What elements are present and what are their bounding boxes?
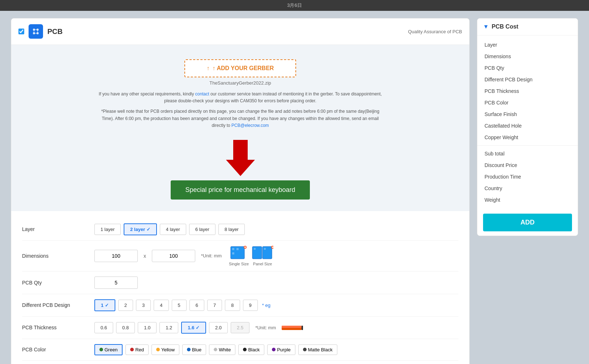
color-option-yellow[interactable]: Yellow <box>151 344 179 355</box>
thickness-icon <box>282 322 303 333</box>
cost-nav-pcb-color[interactable]: PCB Color <box>477 97 578 108</box>
cost-nav-layer[interactable]: Layer <box>477 39 578 51</box>
dimension-unit: *Unit: mm <box>201 253 222 258</box>
dimensions-label: Dimensions <box>22 253 94 259</box>
thickness-option-20[interactable]: 2.0 <box>209 322 228 333</box>
cost-nav-discount-price[interactable]: Discount Price <box>477 159 578 171</box>
layer-options: 1 layer 2 layer 4 layer 6 layer 8 layer <box>94 223 245 235</box>
dimension-width-input[interactable] <box>94 250 138 262</box>
date-display: 3月6日 <box>287 3 302 8</box>
thickness-option-12[interactable]: 1.2 <box>159 322 178 333</box>
white-dot <box>214 348 217 351</box>
pcb-checkbox[interactable] <box>18 29 24 34</box>
panel-subtitle: Quality Assurance of PCB <box>408 29 462 34</box>
color-option-matte-black[interactable]: Matte Black <box>298 344 337 355</box>
cost-nav-castellated-hole[interactable]: Castellated Hole <box>477 120 578 132</box>
email-link[interactable]: PCB@elecrow.com <box>231 123 269 128</box>
color-option-purple[interactable]: Purple <box>267 344 295 355</box>
red-dot <box>130 348 134 351</box>
color-option-blue[interactable]: Blue <box>182 344 206 355</box>
color-option-red[interactable]: Red <box>125 344 149 355</box>
cost-nav-country[interactable]: Country <box>477 183 578 194</box>
design-option-6[interactable]: 6 <box>189 300 204 311</box>
special-price-section: Special price for mechanical keyboard <box>22 180 458 200</box>
thickness-option-08[interactable]: 0.8 <box>116 322 135 333</box>
pcb-thickness-row: PCB Thickness 0.6 0.8 1.0 1.2 1.6 2.0 2.… <box>22 317 458 339</box>
down-arrow-icon <box>226 140 255 176</box>
design-option-2[interactable]: 2 <box>118 300 133 311</box>
pcb-color-options: Green Red Yellow Blue <box>94 344 337 355</box>
add-button[interactable]: ADD <box>483 214 572 231</box>
pcb-logo-icon <box>29 24 43 39</box>
purple-dot <box>272 348 276 351</box>
cost-nav-weight[interactable]: Weight <box>477 194 578 206</box>
design-option-4[interactable]: 4 <box>154 300 168 311</box>
svg-rect-17 <box>263 247 272 259</box>
green-label: Green <box>104 347 118 352</box>
pcb-thickness-label: PCB Thickness <box>22 325 94 330</box>
layer-option-4layer[interactable]: 4 layer <box>160 224 186 235</box>
svg-rect-16 <box>252 247 262 259</box>
design-option-1[interactable]: 1 <box>94 299 115 311</box>
cost-nav-sub-total[interactable]: Sub total <box>477 148 578 159</box>
black-dot <box>243 348 247 351</box>
special-price-button[interactable]: Special price for mechanical keyboard <box>171 180 310 200</box>
single-size-label: Single Size <box>229 262 249 266</box>
cost-nav-pcb-thickness[interactable]: PCB Thickness <box>477 85 578 97</box>
panel-header: PCB Quality Assurance of PCB <box>11 18 469 45</box>
cost-nav-pcb-qty[interactable]: PCB Qty <box>477 62 578 74</box>
layer-option-6layer[interactable]: 6 layer <box>189 224 215 235</box>
cost-header: ▼ PCB Cost <box>477 18 578 35</box>
info-text-1: If you have any other special requiremen… <box>96 91 385 104</box>
arrow-overlay <box>22 140 458 176</box>
svg-marker-9 <box>226 140 255 176</box>
thickness-unit: *Unit: mm <box>255 325 276 330</box>
design-option-9[interactable]: 9 <box>243 300 258 311</box>
contact-link[interactable]: contact <box>195 91 209 97</box>
dimension-height-input[interactable] <box>152 250 195 262</box>
dimension-x-separator: x <box>144 253 146 259</box>
svg-point-15 <box>244 247 246 248</box>
cost-nav-surface-finish[interactable]: Surface Finish <box>477 108 578 120</box>
layer-option-1layer[interactable]: 1 layer <box>94 224 121 235</box>
design-option-7[interactable]: 7 <box>207 300 222 311</box>
color-option-green[interactable]: Green <box>94 344 123 355</box>
pcb-color-label: PCB Color <box>22 347 94 352</box>
svg-rect-18 <box>254 248 256 250</box>
pcb-color-row: PCB Color Green Red Yellow <box>22 339 458 361</box>
pcb-qty-input[interactable] <box>94 277 138 289</box>
thickness-option-10[interactable]: 1.0 <box>138 322 157 333</box>
upload-gerber-button[interactable]: ↑ ↑ ADD YOUR GERBER <box>184 59 296 77</box>
black-label: Black <box>248 347 260 352</box>
single-size-icon[interactable] <box>230 246 248 261</box>
design-option-3[interactable]: 3 <box>136 300 151 311</box>
color-option-black[interactable]: Black <box>238 344 264 355</box>
matte-black-label: Matte Black <box>308 347 333 352</box>
dimensions-row: Dimensions x *Unit: mm <box>22 241 458 271</box>
red-label: Red <box>135 347 144 352</box>
right-sidebar: ▼ PCB Cost Layer Dimensions PCB Qty Diff… <box>477 18 578 364</box>
different-pcb-design-row: Different PCB Design 1 2 3 4 5 6 7 8 9 *… <box>22 294 458 317</box>
thickness-option-25[interactable]: 2.5 <box>231 322 249 333</box>
layer-row: Layer 1 layer 2 layer 4 layer 6 layer 8 … <box>22 218 458 241</box>
pcb-qty-options <box>94 277 138 289</box>
cost-nav-production-time[interactable]: Production Time <box>477 171 578 183</box>
cost-nav-copper-weight[interactable]: Copper Weight <box>477 132 578 143</box>
svg-rect-0 <box>31 27 40 36</box>
panel-size-icon[interactable] <box>252 246 273 261</box>
design-option-5[interactable]: 5 <box>172 300 187 311</box>
thickness-option-16[interactable]: 1.6 <box>181 322 206 334</box>
cost-panel-title: PCB Cost <box>492 23 518 30</box>
pcb-qty-label: PCB Qty <box>22 280 94 286</box>
cost-nav-dimensions[interactable]: Dimensions <box>477 51 578 62</box>
layer-option-2layer[interactable]: 2 layer <box>124 223 157 235</box>
cost-nav-different-pcb-design[interactable]: Different PCB Design <box>477 74 578 85</box>
design-option-8[interactable]: 8 <box>225 300 240 311</box>
upload-button-label: ↑ ADD YOUR GERBER <box>213 65 274 72</box>
layer-option-8layer[interactable]: 8 layer <box>218 224 245 235</box>
thickness-option-06[interactable]: 0.6 <box>94 322 113 333</box>
white-label: White <box>219 347 231 352</box>
color-option-white[interactable]: White <box>209 344 235 355</box>
blue-dot <box>187 348 191 351</box>
eg-link[interactable]: * eg <box>262 303 270 308</box>
